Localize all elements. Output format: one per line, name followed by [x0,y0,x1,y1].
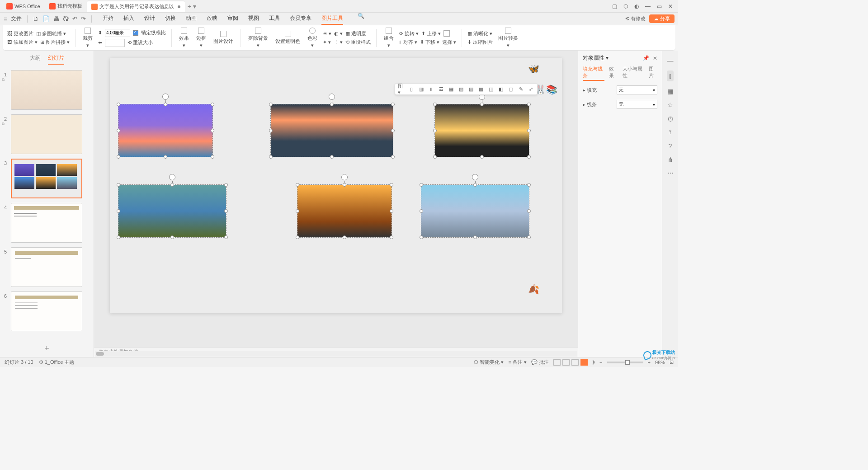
qat-print-icon[interactable]: 🖶 [53,15,59,22]
tab-transition[interactable]: 切换 [165,13,176,25]
smart-beautify-button[interactable]: ⬡ 智能美化 ▾ [474,359,504,366]
canvas-scroll[interactable]: 🦋 🐰📚 🍂 图▾ ▯ ▥ ⫿ ☲ ▦ ▧ ▨ ▩ ◫ ◧ ▢ ✎ [94,51,578,347]
tab-image-tools[interactable]: 图片工具 [321,13,343,25]
line-select[interactable]: 无▾ [617,100,657,109]
move-down-button[interactable]: ⬇ 下移 ▾ [420,39,439,46]
ft-image-icon[interactable]: 图▾ [398,85,405,93]
border-button[interactable]: 边框▾ [194,28,208,48]
strip-help-icon[interactable]: ? [669,142,672,150]
qat-undo-icon[interactable]: ↶ [72,15,77,22]
cloud-status[interactable]: ⟲ 有修改 [625,15,646,22]
strip-format-icon[interactable]: ⫿ [667,70,674,81]
clarity-button[interactable]: ▦ 清晰化 ▾ [467,30,492,37]
tab-tools[interactable]: 工具 [269,13,280,25]
thumbnail-1[interactable] [11,70,82,110]
ft-layout8-icon[interactable]: ▩ [477,85,485,93]
compress-button[interactable]: ⬇ 压缩图片 [467,39,493,46]
image-6[interactable] [421,184,529,238]
minimize-button[interactable]: — [645,3,651,9]
close-button[interactable]: ✕ [668,3,673,9]
search-icon[interactable]: 🔍 [358,13,364,25]
tab-size-prop[interactable]: 大小与属性 [623,66,644,81]
notes-button[interactable]: ≡ 备注 ▾ [508,359,527,366]
zoom-out-icon[interactable]: − [599,360,602,365]
image-join-button[interactable]: ⊞ 图片拼接 ▾ [40,39,70,46]
tab-start[interactable]: 开始 [103,13,113,25]
ft-layout4-icon[interactable]: ☲ [438,85,445,93]
color-button[interactable]: 色彩▾ [306,28,319,48]
tab-slideshow[interactable]: 放映 [207,13,217,25]
view-reading-icon[interactable] [571,359,579,366]
width-input[interactable] [105,39,125,47]
tab-add-button[interactable]: + ▾ [185,1,199,12]
ft-layout7-icon[interactable]: ▨ [467,85,475,93]
maximize-button[interactable]: ▭ [657,3,662,9]
strip-layout-icon[interactable]: ▦ [667,88,673,95]
tab-vip[interactable]: 会员专享 [290,13,311,25]
slide-canvas[interactable]: 🦋 🐰📚 🍂 图▾ ▯ ▥ ⫿ ☲ ▦ ▧ ▨ ▩ ◫ ◧ ▢ ✎ [110,58,562,313]
qat-open-icon[interactable]: 📄 [42,15,50,22]
image-design-button[interactable]: 图片设计 [212,31,235,45]
theme-label[interactable]: ⚙ 1_Office 主题 [39,359,75,366]
ft-layout3-icon[interactable]: ⫿ [428,85,435,93]
ft-edit-icon[interactable]: ✎ [517,85,524,93]
tab-slides[interactable]: 幻灯片 [48,54,64,65]
ft-layout6-icon[interactable]: ▧ [458,85,465,93]
tab-fill-line[interactable]: 填充与线条 [583,66,604,81]
crop-button[interactable]: 裁剪▾ [81,28,94,48]
select-button[interactable]: 选择 ▾ [442,39,456,46]
thumbnail-4[interactable]: ▬▬▬▬▬▬▬▬▬▬▬▬▬▬▬▬▬▬▬▬ [11,203,82,243]
thumbnails[interactable]: 1⧉ 2⧉ 3 4▬▬▬▬▬▬▬▬▬▬▬▬▬▬▬▬▬▬▬▬ 5▬▬▬▬▬▬▬ 6… [0,66,94,340]
group-button[interactable]: 组合▾ [382,28,396,48]
view-sorter-icon[interactable] [562,359,570,366]
strip-media-icon[interactable]: ⟟ [669,128,671,136]
zoom-slider[interactable] [607,362,643,363]
move-up-button[interactable]: ⬆ 上移 ▾ [421,30,441,37]
height-input[interactable] [105,29,130,37]
collapse-right-icon[interactable]: ⟫ [592,359,595,365]
view-normal-icon[interactable] [553,359,561,366]
ft-expand-icon[interactable]: ⤢ [527,85,534,93]
fill-select[interactable]: 无▾ [617,85,657,94]
collapse-icon[interactable]: — [667,57,674,64]
thumbnail-6[interactable]: ▬▬▬▬▬▬▬▬▬▬▬▬▬▬▬▬▬▬▬▬▬▬▬▬▬▬▬▬▬▬ [11,291,82,331]
image-5[interactable] [297,184,392,238]
tab-document[interactable]: 文字是人类用符号记录表达信息以 [87,0,185,12]
reset-size-button[interactable]: ⟲ 重设大小 [127,39,153,46]
tab-design[interactable]: 设计 [144,13,155,25]
strip-more-icon[interactable]: ⋯ [667,169,674,177]
win-cube-icon[interactable]: ⬡ [623,3,628,9]
horizontal-scrollbar[interactable] [95,351,577,357]
close-panel-icon[interactable]: ✕ [653,55,657,61]
tab-review[interactable]: 审阅 [227,13,238,25]
ft-layout10-icon[interactable]: ◧ [497,85,505,93]
add-slide-button[interactable]: + [0,340,94,357]
ft-layout5-icon[interactable]: ▦ [448,85,455,93]
transparency-button[interactable]: ▦ 透明度 [345,30,366,37]
strip-tools-icon[interactable]: ⋔ [668,156,673,163]
thumbnail-2[interactable] [11,114,82,154]
multi-image-button[interactable]: ◫ 多图轮播 ▾ [36,30,66,37]
reset-style-button[interactable]: ⟲ 重设样式 [345,39,371,46]
qat-new-icon[interactable]: 🗋 [33,15,39,22]
tab-insert[interactable]: 插入 [123,13,134,25]
thumbnail-5[interactable]: ▬▬▬▬▬▬▬ [11,247,82,287]
ft-layout1-icon[interactable]: ▯ [408,85,415,93]
tab-animation[interactable]: 动画 [186,13,197,25]
strip-clock-icon[interactable]: ◷ [668,115,673,122]
strip-star-icon[interactable]: ☆ [667,101,673,108]
contrast-button[interactable]: ◐ ▾ [334,31,343,37]
hamburger-icon[interactable]: ≡ [4,15,7,23]
pin-icon[interactable]: 📌 [643,55,649,61]
tab-templates[interactable]: 找稻壳模板 [45,1,87,11]
qat-redo-icon[interactable]: ↷ [81,15,86,22]
image-2[interactable] [270,104,393,157]
set-transparent-button[interactable]: 设置透明色 [274,31,302,45]
image-convert-button[interactable]: 图片转换▾ [496,28,520,48]
sharpen-button[interactable]: ✦ ▾ [323,39,331,45]
share-button[interactable]: ☁ 分享 [649,14,675,23]
misc-icon[interactable] [443,30,450,37]
image-1[interactable] [118,104,213,157]
add-image-button[interactable]: 🖼 添加图片 ▾ [7,39,38,46]
brightness-button[interactable]: ☀ ▾ [323,31,331,37]
